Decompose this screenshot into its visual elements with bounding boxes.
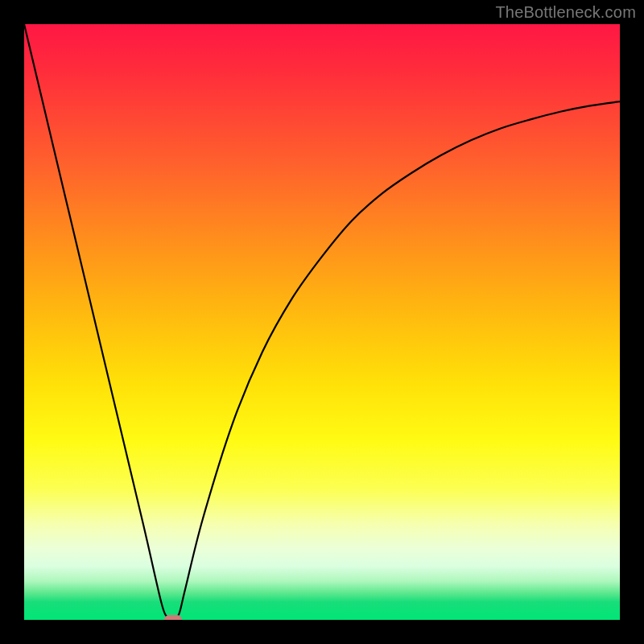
chart-frame: TheBottleneck.com [0,0,644,644]
optimum-marker [164,615,182,620]
severity-gradient [24,24,620,620]
watermark-text: TheBottleneck.com [495,3,636,22]
plot-area [24,24,620,620]
